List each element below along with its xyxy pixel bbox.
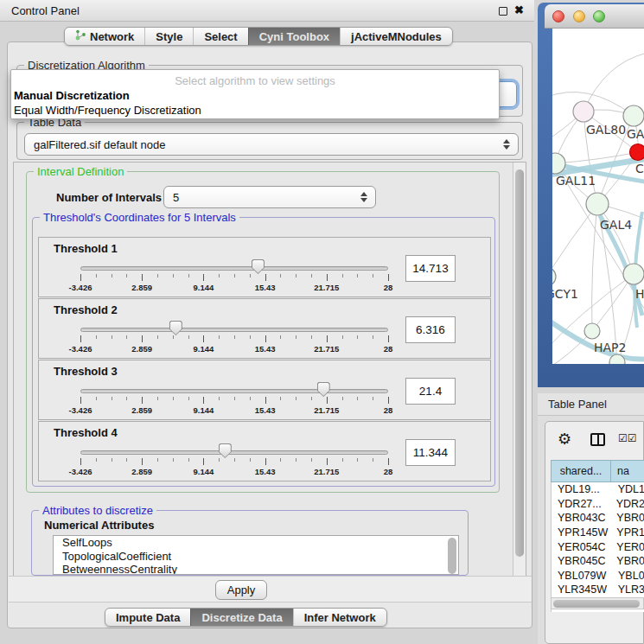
slider-ticks	[80, 458, 389, 466]
tab-network[interactable]: Network	[65, 28, 144, 45]
network-window-titlebar[interactable]	[545, 4, 644, 29]
tab-select[interactable]: Select	[193, 28, 247, 45]
table-row[interactable]: YBR043CYBR0	[552, 511, 644, 526]
horizontal-scrollbar[interactable]	[551, 597, 644, 609]
table-header-row: shared... na	[551, 460, 644, 482]
threshold-slider[interactable]: -3.4262.8599.14415.4321.71528	[73, 320, 395, 358]
network-node[interactable]	[584, 323, 600, 339]
cell-name: YBL0	[612, 570, 644, 582]
slider-scale: -3.4262.8599.14415.4321.71528	[80, 283, 389, 293]
column-header-name[interactable]: na	[611, 460, 644, 482]
threshold-value-field[interactable]: 21.4	[405, 378, 456, 405]
slider-thumb[interactable]	[169, 321, 182, 335]
scrollbar-thumb[interactable]	[553, 600, 640, 608]
menu-item-equal-width-frequency[interactable]: Equal Width/Frequency Discretization	[14, 104, 201, 117]
vertical-scrollbar[interactable]	[513, 163, 526, 576]
attribute-item[interactable]: BetweennessCentrality	[54, 563, 458, 575]
split-table-icon[interactable]	[590, 433, 605, 446]
algorithm-dropdown-popup: Select algorithm to view settings Manual…	[10, 69, 500, 119]
tab-style[interactable]: Style	[144, 28, 193, 45]
cell-name: YBR0	[610, 555, 644, 567]
list-scrollbar[interactable]	[448, 538, 456, 574]
table-row[interactable]: YLR345WYLR3	[552, 583, 644, 597]
close-traffic-light[interactable]	[552, 10, 564, 22]
num-intervals-label: Number of Intervals	[56, 191, 162, 204]
network-node-label: H	[635, 287, 644, 301]
threshold-slider[interactable]: -3.4262.8599.14415.4321.71528	[73, 443, 395, 481]
network-node[interactable]	[630, 144, 644, 161]
slider-track[interactable]	[80, 450, 388, 455]
minimize-traffic-light[interactable]	[573, 10, 585, 22]
threshold-stack: Threshold 1-3.4262.8599.14415.4321.71528…	[38, 237, 491, 483]
tab-impute-data[interactable]: Impute Data	[105, 609, 190, 626]
tab-label: Infer Network	[304, 611, 376, 624]
network-canvas[interactable]: GAL80GACGAL11GAL4GCY1HHAP2	[552, 29, 644, 364]
slider-track[interactable]	[80, 328, 388, 332]
table-row[interactable]: YPR145WYPR1	[552, 526, 644, 540]
slider-thumb[interactable]	[252, 259, 265, 274]
apply-button[interactable]: Apply	[215, 580, 267, 600]
table-row[interactable]: YDL19...YDL1	[552, 482, 644, 497]
network-node[interactable]	[623, 105, 644, 126]
menu-item-manual-discretization[interactable]: Manual Discretization	[14, 89, 130, 102]
attributes-group: Attributes to discretize Numerical Attri…	[31, 510, 469, 576]
attribute-item[interactable]: TopologicalCoefficient	[54, 550, 458, 564]
network-node-label: GAL4	[600, 218, 632, 232]
threshold-panel-3: Threshold 3-3.4262.8599.14415.4321.71528…	[38, 360, 491, 420]
table-row[interactable]: YDR27...YDR2	[552, 497, 644, 512]
close-icon[interactable]: ✖	[514, 3, 524, 16]
attribute-item[interactable]: SelfLoops	[54, 536, 458, 550]
slider-scale: -3.4262.8599.14415.4321.71528	[80, 344, 389, 354]
num-intervals-combobox[interactable]: 5	[163, 186, 376, 208]
scrollbar-thumb[interactable]	[515, 169, 524, 557]
threshold-label: Threshold 4	[54, 426, 118, 439]
cell-shared-name: YDL19...	[552, 483, 612, 495]
table-row[interactable]: YBR045CYBR0	[552, 554, 644, 569]
cell-shared-name: YBR045C	[552, 555, 610, 567]
slider-track[interactable]	[80, 389, 388, 393]
tab-infer-network[interactable]: Infer Network	[293, 609, 386, 626]
attributes-list[interactable]: SelfLoopsTopologicalCoefficientBetweenne…	[53, 535, 459, 575]
table-data-combobox[interactable]: galFiltered.sif default node	[24, 133, 519, 156]
network-edge[interactable]	[552, 204, 597, 277]
network-node[interactable]	[573, 101, 594, 122]
column-header-shared[interactable]: shared...	[551, 460, 611, 482]
threshold-value-field[interactable]: 6.316	[405, 316, 456, 343]
float-window-icon[interactable]	[499, 7, 507, 16]
cell-name: YBR0	[610, 512, 644, 524]
cell-name: YDL1	[612, 483, 644, 495]
table-data-group: Table Data galFiltered.sif default node	[16, 122, 523, 160]
popup-hint: Select algorithm to view settings	[11, 74, 499, 87]
slider-thumb[interactable]	[219, 443, 232, 458]
threshold-value-field[interactable]: 11.344	[405, 439, 456, 466]
network-node-label: GA	[627, 127, 644, 141]
cell-name: YLR3	[612, 583, 644, 596]
tab-label: Cyni Toolbox	[259, 30, 329, 43]
cell-shared-name: YER054C	[552, 541, 610, 553]
tab-cyni-toolbox[interactable]: Cyni Toolbox	[248, 28, 340, 45]
slider-thumb[interactable]	[317, 382, 330, 397]
threshold-slider[interactable]: -3.4262.8599.14415.4321.71528	[73, 381, 395, 419]
table-row[interactable]: YER054CYER0	[552, 539, 644, 554]
zoom-traffic-light[interactable]	[593, 10, 605, 22]
table-row[interactable]: YBL079WYBL0	[552, 569, 644, 583]
network-node-label: HAP2	[594, 341, 626, 354]
network-node[interactable]	[586, 193, 609, 215]
group-title: Interval Definition	[34, 165, 127, 178]
gear-icon[interactable]: ⚙	[558, 430, 571, 449]
num-intervals-value: 5	[173, 191, 179, 204]
slider-track[interactable]	[80, 266, 388, 271]
cell-shared-name: YBL079W	[552, 570, 612, 582]
network-node[interactable]	[623, 264, 644, 284]
threshold-slider[interactable]: -3.4262.8599.14415.4321.71528	[73, 258, 395, 296]
network-node[interactable]	[552, 267, 556, 286]
network-edge[interactable]	[592, 204, 597, 331]
threshold-value-field[interactable]: 14.713	[405, 255, 456, 282]
panel-title: Control Panel	[11, 4, 80, 17]
interval-definition-group: Interval Definition Number of Intervals …	[26, 171, 500, 493]
tab-jactivemnodules[interactable]: jActiveMNodules	[340, 28, 452, 45]
select-columns-icon[interactable]: ☑☑	[618, 432, 637, 444]
network-edge[interactable]	[597, 204, 634, 274]
tab-discretize-data[interactable]: Discretize Data	[190, 609, 292, 626]
tab-label: Impute Data	[116, 611, 180, 624]
